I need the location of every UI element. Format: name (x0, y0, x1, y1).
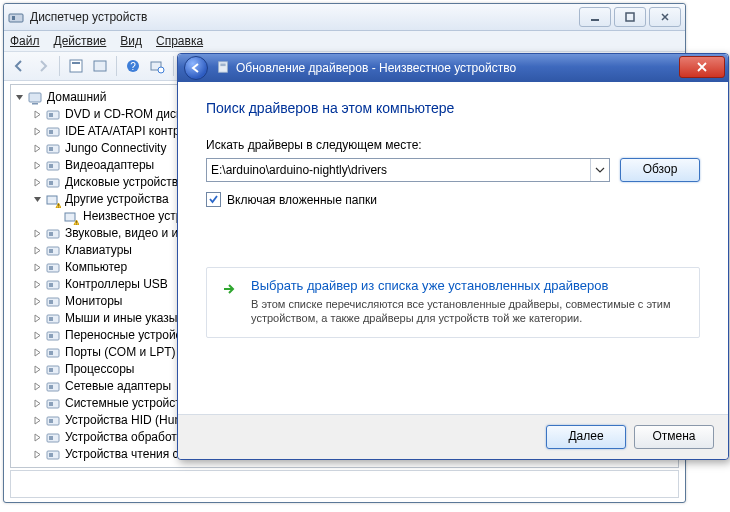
tree-node-label: IDE ATA/ATAPI контр (65, 123, 180, 140)
expand-icon[interactable] (31, 330, 43, 342)
expand-icon[interactable] (31, 313, 43, 325)
device-category-icon: ! (63, 209, 79, 225)
menubar: Файл Действие Вид Справка (4, 31, 685, 52)
expand-icon[interactable] (31, 279, 43, 291)
svg-rect-24 (49, 181, 53, 185)
svg-rect-56 (49, 436, 53, 440)
tree-node-label: Компьютер (65, 259, 127, 276)
app-icon (8, 10, 24, 24)
device-category-icon (45, 175, 61, 191)
device-category-icon (45, 311, 61, 327)
expand-icon[interactable] (31, 143, 43, 155)
checkbox-icon (206, 192, 221, 207)
menu-file[interactable]: Файл (10, 34, 40, 48)
tree-node-label: Звуковые, видео и иг (65, 225, 183, 242)
tree-node-label: Jungo Connectivity (65, 140, 166, 157)
expand-icon[interactable] (31, 398, 43, 410)
arrow-right-icon (221, 278, 239, 325)
scan-icon[interactable] (146, 55, 168, 77)
expand-icon[interactable] (31, 296, 43, 308)
window-title: Диспетчер устройств (30, 10, 579, 24)
svg-rect-58 (49, 453, 53, 457)
option-description: В этом списке перечисляются все установл… (251, 297, 685, 325)
expand-icon[interactable] (31, 415, 43, 427)
forward-icon[interactable] (32, 55, 54, 77)
svg-rect-46 (49, 351, 53, 355)
device-category-icon (45, 447, 61, 463)
tree-node-label: Неизвестное устро (83, 208, 189, 225)
include-subfolders-label: Включая вложенные папки (227, 193, 377, 207)
expand-icon[interactable] (31, 381, 43, 393)
device-category-icon (45, 158, 61, 174)
device-category-icon (45, 396, 61, 412)
device-category-icon (45, 328, 61, 344)
cancel-button[interactable]: Отмена (634, 425, 714, 449)
tree-node-label: Устройства чтения см (65, 446, 187, 463)
tree-node-label: Порты (COM и LPT) (65, 344, 176, 361)
device-category-icon (45, 124, 61, 140)
expand-icon[interactable] (31, 194, 43, 206)
menu-action[interactable]: Действие (54, 34, 107, 48)
titlebar[interactable]: Диспетчер устройств (4, 4, 685, 31)
svg-rect-36 (49, 266, 53, 270)
browse-button[interactable]: Обзор (620, 158, 700, 182)
tree-node-label: Устройства обработк (65, 429, 182, 446)
expand-icon[interactable] (31, 126, 43, 138)
update-driver-dialog: Обновление драйверов - Неизвестное устро… (177, 53, 729, 460)
status-bar (10, 470, 679, 498)
device-category-icon (45, 277, 61, 293)
menu-view[interactable]: Вид (120, 34, 142, 48)
expand-icon[interactable] (49, 211, 61, 223)
dialog-titlebar[interactable]: Обновление драйверов - Неизвестное устро… (178, 54, 728, 82)
expand-icon[interactable] (31, 449, 43, 461)
expand-icon[interactable] (31, 364, 43, 376)
expand-icon[interactable] (31, 228, 43, 240)
svg-point-10 (158, 67, 164, 73)
svg-rect-52 (49, 402, 53, 406)
driver-path-input[interactable]: E:\arduino\arduino-nightly\drivers (206, 158, 610, 182)
svg-rect-50 (49, 385, 53, 389)
include-subfolders-checkbox[interactable]: Включая вложенные папки (206, 192, 700, 207)
minimize-button[interactable] (579, 7, 611, 27)
svg-rect-42 (49, 317, 53, 321)
device-category-icon (45, 294, 61, 310)
expand-icon[interactable] (31, 245, 43, 257)
back-icon[interactable] (8, 55, 30, 77)
svg-rect-44 (49, 334, 53, 338)
expand-icon[interactable] (13, 92, 25, 104)
close-button[interactable] (649, 7, 681, 27)
pick-from-list-option[interactable]: Выбрать драйвер из списка уже установлен… (206, 267, 700, 338)
menu-help[interactable]: Справка (156, 34, 203, 48)
expand-icon[interactable] (31, 109, 43, 121)
expand-icon[interactable] (31, 262, 43, 274)
svg-rect-0 (9, 14, 23, 22)
device-category-icon (45, 379, 61, 395)
svg-rect-22 (49, 164, 53, 168)
svg-rect-48 (49, 368, 53, 372)
dialog-close-button[interactable] (679, 56, 725, 78)
properties-icon[interactable] (65, 55, 87, 77)
svg-rect-28 (65, 213, 75, 221)
svg-rect-38 (49, 283, 53, 287)
expand-icon[interactable] (31, 160, 43, 172)
back-button[interactable] (184, 56, 208, 80)
expand-icon[interactable] (31, 177, 43, 189)
tree-node-label: Клавиатуры (65, 242, 132, 259)
svg-rect-4 (70, 60, 82, 72)
svg-rect-20 (49, 147, 53, 151)
chevron-down-icon[interactable] (590, 159, 609, 181)
tree-node-label: Контроллеры USB (65, 276, 168, 293)
expand-icon[interactable] (31, 347, 43, 359)
device-category-icon (45, 430, 61, 446)
svg-rect-25 (47, 196, 57, 204)
svg-rect-1 (12, 16, 15, 20)
tree-node-label: Дисковые устройств (65, 174, 178, 191)
maximize-button[interactable] (614, 7, 646, 27)
device-category-icon (45, 413, 61, 429)
expand-icon[interactable] (31, 432, 43, 444)
tree-node-label: Переносные устройс (65, 327, 182, 344)
help-icon[interactable]: ? (122, 55, 144, 77)
show-hidden-icon[interactable] (89, 55, 111, 77)
next-button[interactable]: Далее (546, 425, 626, 449)
driver-path-value: E:\arduino\arduino-nightly\drivers (211, 163, 387, 177)
